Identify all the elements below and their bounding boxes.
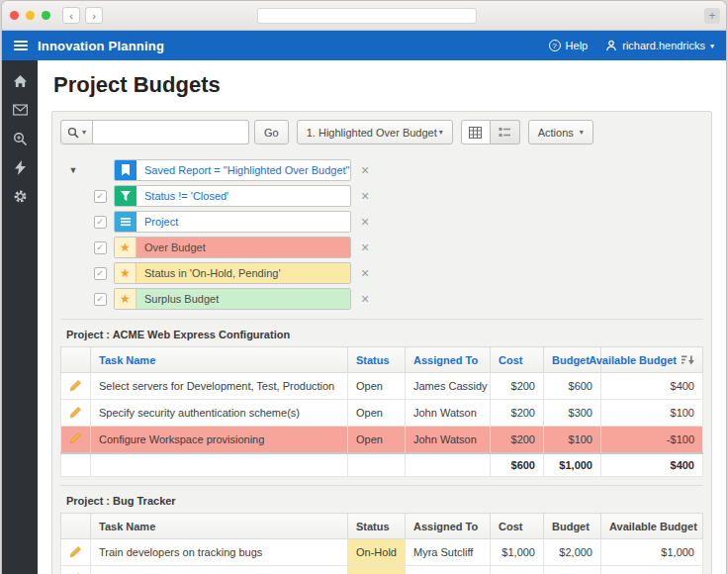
edit-column-header: [61, 514, 91, 539]
cell-status: Open: [348, 400, 406, 427]
view-toggle: [461, 120, 520, 144]
new-tab-button[interactable]: +: [704, 8, 720, 24]
mail-icon[interactable]: [12, 102, 28, 118]
filter-enabled-checkbox[interactable]: ✓: [94, 190, 107, 203]
go-button[interactable]: Go: [254, 120, 289, 144]
filter-icon: [115, 186, 136, 206]
summary-budget: $1,000: [544, 453, 601, 477]
filter-condition-row: ✓ Status != 'Closed' ×: [60, 183, 703, 209]
maximize-window-button[interactable]: [42, 11, 50, 20]
highlight-enabled-checkbox[interactable]: ✓: [94, 293, 107, 306]
saved-report-label[interactable]: Saved Report = "Highlighted Over Budget": [136, 160, 351, 180]
column-header-task-name[interactable]: Task Name: [91, 514, 348, 539]
remove-saved-report-button[interactable]: ×: [361, 163, 369, 177]
highlight-condition: ★ Surplus Budget: [114, 288, 351, 310]
page-title: Project Budgets: [53, 72, 712, 98]
table-row: Train developers on tracking bugs On-Hol…: [61, 539, 703, 566]
highlight-condition: ★ Status in 'On-Hold, Pending': [114, 262, 351, 284]
menu-icon[interactable]: [14, 41, 28, 50]
chevron-down-icon: ▾: [439, 128, 443, 137]
column-header-budget[interactable]: Budget: [544, 514, 601, 539]
cell-available-budget: $1,000: [601, 539, 703, 566]
back-button[interactable]: ‹: [62, 7, 80, 24]
sidebar: [2, 60, 38, 574]
zoom-search-icon[interactable]: [12, 131, 28, 146]
highlight-label[interactable]: Surplus Budget: [136, 289, 350, 309]
cell-available-budget: $500: [601, 566, 703, 574]
summary-available-budget: $400: [601, 453, 703, 477]
filter-condition: Status != 'Closed': [114, 185, 351, 207]
control-break-label[interactable]: Project: [136, 212, 350, 232]
app-title: Innovation Planning: [38, 39, 164, 53]
saved-report-selector-value: 1. Highlighted Over Budget: [307, 127, 437, 139]
gear-icon[interactable]: [12, 188, 28, 204]
cell-budget: $2,000: [544, 539, 601, 566]
saved-report-row: ▼ Saved Report = "Highlighted Over Budge…: [60, 157, 703, 183]
column-header-cost[interactable]: Cost: [491, 347, 544, 373]
column-header-cost[interactable]: Cost: [491, 514, 544, 539]
check-icon: ✓: [96, 242, 104, 252]
browser-window: ‹ › + Innovation Planning ? Help richard…: [1, 0, 727, 574]
collapse-settings-icon[interactable]: ▼: [69, 165, 78, 175]
table-row: Measure effectiveness of improved QA Pen…: [61, 566, 703, 574]
search-column-button[interactable]: ▾: [60, 120, 93, 144]
highlight-enabled-checkbox[interactable]: ✓: [94, 267, 107, 280]
filter-label[interactable]: Status != 'Closed': [136, 186, 350, 206]
highlight-label[interactable]: Over Budget: [136, 238, 350, 257]
remove-highlight-button[interactable]: ×: [361, 266, 369, 280]
edit-row-icon[interactable]: [69, 406, 82, 419]
table-row: Specify security authentication scheme(s…: [61, 400, 703, 427]
column-header-assigned-to[interactable]: Assigned To: [406, 347, 491, 373]
highlight-enabled-checkbox[interactable]: ✓: [94, 241, 107, 254]
help-link[interactable]: ? Help: [549, 40, 589, 51]
minimize-window-button[interactable]: [26, 11, 35, 20]
saved-report-icon: [115, 160, 136, 180]
cell-task-name: Select servers for Development, Test, Pr…: [91, 373, 348, 400]
highlight-condition: ★ Over Budget: [114, 237, 351, 258]
forward-button[interactable]: ›: [85, 7, 103, 24]
table-row: Select servers for Development, Test, Pr…: [61, 373, 703, 400]
chevron-down-icon: ▾: [710, 42, 714, 50]
break-enabled-checkbox[interactable]: ✓: [94, 216, 107, 229]
search-input[interactable]: [93, 120, 249, 144]
remove-highlight-button[interactable]: ×: [361, 240, 369, 254]
content: Project Budgets ▾ Go 1. High: [38, 60, 726, 574]
user-menu[interactable]: richard.hendricks ▾: [605, 40, 714, 51]
highlight-star-icon: ★: [115, 238, 136, 257]
remove-filter-button[interactable]: ×: [361, 189, 369, 203]
single-row-view-button[interactable]: [491, 120, 520, 144]
address-bar[interactable]: [257, 8, 477, 24]
actions-button[interactable]: Actions ▾: [528, 120, 593, 144]
highlight-row-surplus: ✓ ★ Surplus Budget ×: [60, 286, 703, 312]
column-header-task-name[interactable]: Task Name: [91, 347, 348, 373]
column-header-available-budget[interactable]: Available Budget: [601, 347, 703, 373]
highlight-star-icon: ★: [115, 263, 136, 283]
control-break-condition: Project: [114, 211, 351, 233]
sort-descending-icon: [682, 355, 694, 365]
check-icon: ✓: [96, 191, 104, 201]
home-icon[interactable]: [12, 73, 28, 89]
user-icon: [605, 40, 617, 51]
cell-task-name: Configure Workspace provisioning: [91, 427, 348, 453]
control-break-header: Project : Bug Tracker: [60, 485, 703, 513]
main: Project Budgets ▾ Go 1. High: [2, 60, 726, 574]
highlight-label[interactable]: Status in 'On-Hold, Pending': [136, 263, 350, 283]
summary-cost: $600: [491, 453, 544, 477]
edit-row-icon[interactable]: [69, 545, 82, 558]
user-name: richard.hendricks: [622, 40, 705, 51]
close-window-button[interactable]: [10, 11, 19, 20]
cell-assigned-to: John Watson: [406, 400, 491, 427]
column-header-available-budget[interactable]: Available Budget: [601, 514, 703, 539]
column-header-status[interactable]: Status: [348, 347, 406, 373]
edit-row-icon[interactable]: [69, 379, 82, 392]
edit-row-icon[interactable]: [69, 431, 82, 444]
cell-status: Open: [348, 427, 406, 453]
report-view-button[interactable]: [461, 120, 491, 144]
lightning-icon[interactable]: [12, 159, 28, 175]
browser-chrome: ‹ › +: [2, 1, 726, 31]
column-header-assigned-to[interactable]: Assigned To: [406, 514, 491, 539]
saved-report-selector[interactable]: 1. Highlighted Over Budget ▾: [297, 120, 453, 144]
remove-break-button[interactable]: ×: [361, 215, 369, 229]
remove-highlight-button[interactable]: ×: [361, 292, 369, 306]
column-header-status[interactable]: Status: [348, 514, 406, 539]
